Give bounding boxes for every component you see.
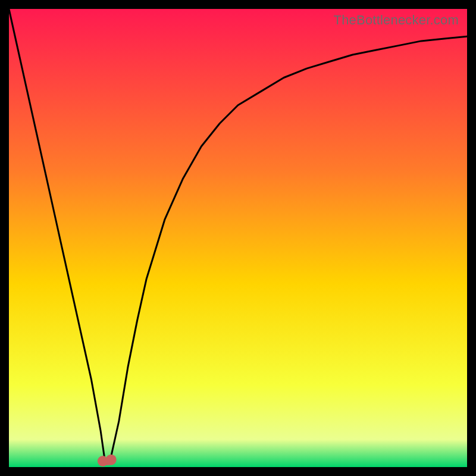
background-gradient	[9, 9, 467, 467]
chart-frame: TheBottlenecker.com	[9, 9, 467, 467]
watermark-text: TheBottlenecker.com	[334, 12, 459, 28]
svg-rect-0	[9, 9, 467, 467]
